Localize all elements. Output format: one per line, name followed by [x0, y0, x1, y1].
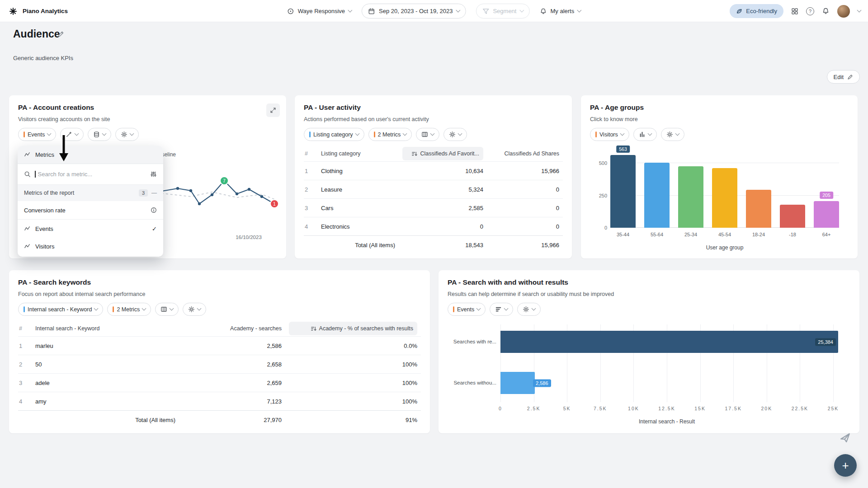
chip-settings[interactable]: [517, 303, 541, 316]
chevron-down-icon: [355, 131, 359, 136]
chip-dimension-listing-category[interactable]: Listing category: [304, 128, 364, 141]
chip-display-bar-chart[interactable]: [633, 128, 657, 141]
brand-name: Piano Analytics: [23, 8, 68, 14]
metric-search: [18, 164, 163, 185]
metrics-of-report-section[interactable]: Metrics of the report 3 —: [18, 185, 163, 201]
age-col[interactable]: [780, 153, 805, 228]
line-metric-icon: [24, 225, 31, 232]
menu-item-conversion-rate[interactable]: Conversion rate: [18, 201, 163, 220]
total-label: Total (All items): [317, 236, 399, 254]
chevron-down-icon[interactable]: [857, 8, 862, 13]
result-bar[interactable]: 2,586: [500, 372, 535, 394]
column-header[interactable]: Classifieds Ad Shares: [487, 146, 563, 161]
age-bar[interactable]: [780, 205, 805, 228]
site-selector-label: Waye Responsive: [298, 8, 345, 14]
x-tick-labels: 0 2.5K 5K 7.5K 10K 12.5K 15K 17.5K 20K 2…: [500, 406, 833, 412]
chip-display-table[interactable]: [155, 303, 179, 316]
table-row[interactable]: 3 adele 2,659 100%: [18, 373, 421, 392]
chip-metrics-count[interactable]: 2 Metrics: [107, 303, 151, 316]
table-row[interactable]: 2 Leasure 5,324 0: [304, 180, 563, 198]
piano-logo-icon[interactable]: [9, 7, 17, 15]
chip-metric-visitors[interactable]: Visitors: [590, 128, 629, 141]
info-icon[interactable]: [151, 207, 157, 213]
table-cell: 2,658: [179, 355, 285, 373]
notifications-bell-icon[interactable]: [822, 7, 830, 15]
age-bar[interactable]: [746, 190, 771, 228]
metric-search-input[interactable]: [37, 170, 146, 178]
age-bar[interactable]: [644, 163, 670, 228]
chip-settings[interactable]: [443, 128, 467, 141]
chip-display-table[interactable]: [416, 128, 439, 141]
line-point-badge[interactable]: 1: [270, 199, 279, 208]
chip-settings[interactable]: [183, 303, 206, 316]
age-bar[interactable]: [678, 166, 703, 228]
menu-item-visitors[interactable]: Visitors: [18, 238, 163, 257]
help-icon[interactable]: ?: [806, 7, 814, 15]
column-header[interactable]: Internal search - Keyword: [32, 321, 179, 336]
gear-icon: [188, 306, 195, 313]
chip-metric-events[interactable]: Events: [18, 128, 56, 141]
table-row[interactable]: 4 amy 7,123 100%: [18, 392, 421, 410]
column-header-sorted[interactable]: Classifieds Ad Favorit...: [399, 146, 487, 161]
column-header[interactable]: #: [18, 321, 32, 336]
table-cell: Electronics: [317, 217, 399, 235]
age-bar[interactable]: [814, 201, 839, 228]
table-row[interactable]: 4 Electronics 0 0: [304, 217, 563, 235]
age-col[interactable]: 205: [814, 153, 839, 228]
result-bar[interactable]: 25,384: [500, 331, 838, 353]
age-col[interactable]: [678, 153, 703, 228]
line-point-badge[interactable]: 7: [220, 176, 229, 185]
age-col[interactable]: [644, 153, 670, 228]
chip-settings[interactable]: [661, 128, 684, 141]
menu-item-events[interactable]: Events ✓: [18, 220, 163, 238]
apps-grid-icon[interactable]: [791, 8, 798, 15]
column-header[interactable]: Academy - searches: [179, 321, 285, 336]
ai-assistant-button[interactable]: [839, 432, 851, 444]
sort-descending-icon: [311, 326, 316, 332]
table-total-row: Total (All items) 27,970 91%: [18, 410, 421, 429]
site-selector[interactable]: Waye Responsive: [287, 8, 352, 15]
table-row[interactable]: 1 marleu 2,586 0.0%: [18, 336, 421, 355]
card-title: PA - Search keywords: [18, 278, 91, 286]
my-alerts-label: My alerts: [550, 8, 574, 14]
column-header[interactable]: #: [304, 146, 317, 161]
collapse-minus-icon[interactable]: —: [151, 190, 157, 196]
age-bar[interactable]: [610, 155, 636, 228]
table-row[interactable]: 3 Cars 2,585 0: [304, 198, 563, 217]
chip-metric-events[interactable]: Events: [448, 303, 486, 316]
chevron-down-icon: [430, 131, 435, 136]
rename-dashboard-pencil-icon[interactable]: [57, 31, 64, 38]
table-header-row: # Listing category Classifieds Ad Favori…: [304, 146, 563, 161]
card-subtitle: Focus on report about internal search pe…: [18, 291, 145, 297]
segment-selector[interactable]: Segment: [476, 4, 529, 19]
table-cell: 4: [18, 392, 32, 410]
chip-settings[interactable]: [115, 128, 139, 141]
expand-card-button[interactable]: [266, 103, 280, 117]
age-col[interactable]: 563: [610, 153, 636, 228]
chip-dimension-keyword[interactable]: Internal search - Keyword: [18, 303, 103, 316]
age-col[interactable]: [746, 153, 771, 228]
my-alerts-menu[interactable]: My alerts: [539, 8, 581, 15]
chip-metrics-count[interactable]: 2 Metrics: [368, 128, 412, 141]
date-range-picker[interactable]: Sep 20, 2023 - Oct 19, 2023: [362, 4, 466, 19]
table-icon: [421, 131, 428, 138]
table-row[interactable]: 2 50 2,658 100%: [18, 355, 421, 373]
table-cell: 10,634: [399, 162, 487, 180]
age-bar[interactable]: [712, 168, 737, 228]
add-widget-fab[interactable]: +: [834, 454, 857, 477]
bar-category-label: Searches with re...: [447, 339, 496, 344]
chip-data-source[interactable]: [88, 128, 111, 141]
age-col[interactable]: [712, 153, 737, 228]
card-subtitle: Click to know more: [590, 116, 638, 122]
column-header-sorted[interactable]: Academy - % of searches with results: [285, 321, 421, 336]
user-avatar[interactable]: [837, 5, 850, 18]
line-metric-icon: [24, 243, 31, 250]
filter-sliders-icon[interactable]: [150, 171, 157, 178]
eco-friendly-badge[interactable]: Eco-friendly: [730, 4, 783, 18]
edit-dashboard-button[interactable]: Edit: [827, 70, 860, 84]
funnel-icon: [482, 8, 489, 15]
chevron-down-icon: [47, 131, 52, 136]
column-header[interactable]: Listing category: [317, 146, 399, 161]
chip-display-horizontal-bars[interactable]: [490, 303, 513, 316]
table-row[interactable]: 1 Clothing 10,634 15,966: [304, 161, 563, 180]
